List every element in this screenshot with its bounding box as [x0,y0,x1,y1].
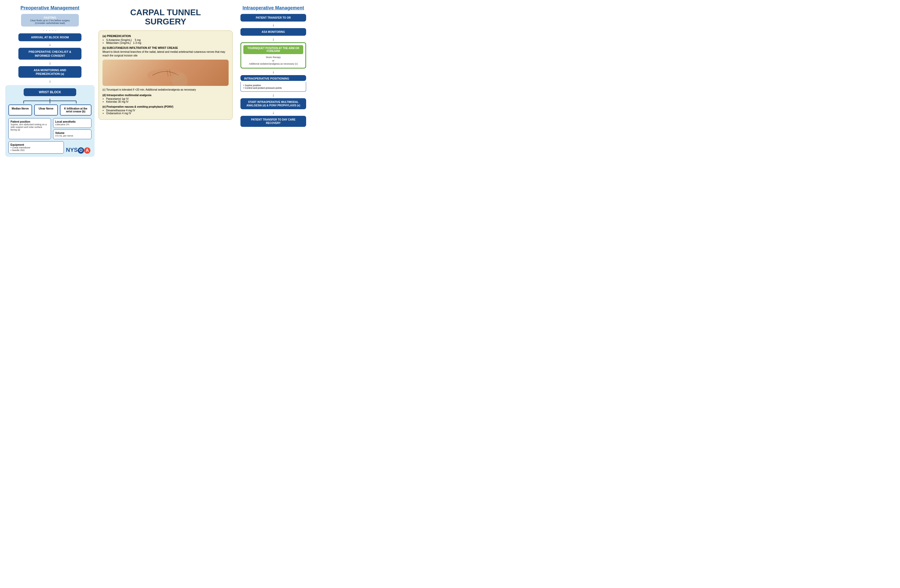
fasting-subtitle1: Clear fluids up to 2 hrs before surgery [24,19,76,22]
patient-transfer-daycare-box: PATIENT TRANSFER TO DAY CARE RECOVERY [241,116,306,127]
multimodal-header: (d) Intraoperative multimodal analgesia [102,94,229,97]
right-arrow-4: ↓ [236,93,310,97]
tourniquet-note: (c) Toruniquet is tolerated if <20 min. … [102,88,229,92]
positioning-detail-box: • Supine position • Control and protect … [241,82,306,92]
checklist-box: PREOPERATIVE CHECKLIST & INFORMED CONSEN… [19,48,81,60]
positioning-bullet2: • Control and protect pressure points [243,87,303,89]
volume-box: Volume 3-5 mL per nerve [53,130,92,139]
subcutaneous-text: Meant to block terminal branches of the … [102,50,229,57]
title-line2: SURGERY [99,17,233,26]
multimodal-item-1: Paracetamol 1gr IV [106,97,229,100]
arrival-box: ARRIVAL AT BLOCK ROOM [19,33,81,41]
median-nerve-box: Median Nerve [8,105,32,116]
yellow-card: (a) PREMEDICATION S-Ketamine (5mg/mL) 5 … [99,31,233,120]
premedication-list: S-Ketamine (5mg/mL) 5 mg Midazolam (1mg/… [106,39,229,44]
equipment-box: Equipment • Linear transducer • Needle 2… [8,141,64,154]
main-container: Preoperative Management FASTING Clear fl… [5,5,310,157]
wrist-svg [144,62,186,83]
branch-lines [11,99,89,104]
ponv-item-2: Ondansetron 4 mg IV [106,112,229,115]
local-anesthetic-box: Local anesthetic Lidocaine 2% [53,118,92,128]
patient-position-box: Patient position Supine, arm abducted re… [8,118,51,139]
subcutaneous-header: (b) SUBCUTANEOUS INFILTRATION AT THE WRI… [102,46,229,50]
arrow-3: ↓ [5,79,95,84]
ulnar-nerve-box: Ulnar Nerve [34,105,58,116]
detail-row: Patient position Supine, arm abducted re… [8,118,92,139]
right-arrow-1: ↓ [236,23,310,27]
positioning-bullet1: • Supine position [243,84,303,87]
nysora-logo: NYSOA [66,147,92,154]
arrow-1: ↓ [5,42,95,47]
patient-transfer-or-box: PATIENT TRANSFER TO OR [241,14,306,22]
nysora-o: O [78,147,84,154]
title-line1: CARPAL TUNNEL [99,8,233,17]
premedication-header: (a) PREMEDICATION [102,34,229,37]
asa-box: ASA MONITORING AND PREMEDICATION (a) [19,66,81,78]
ponv-item-1: Dexamethasone 4 mg IV [106,109,229,112]
wrist-block-box: WRIST BLOCK [24,88,76,96]
right-arrow-2: ↓ [236,37,310,42]
intraop-positioning-title: INTRAOPERATIVE POSITIONING [244,77,289,80]
intraop-title: Intraoperative Management [236,5,310,11]
multimodal-list: Paracetamol 1gr IV Ketorolac 30 mg IV [106,97,229,103]
music-therapy-text: Music therapy [266,56,281,59]
additional-sedation-text: Additional sedation/analgesia as necessa… [249,62,298,65]
volume-value: 3-5 mL per nerve [55,135,89,137]
equipment-label: Equipment [11,143,62,146]
ponv-header: (e) Postoperative nausea & vomiting prop… [102,105,229,108]
preop-title: Preoperative Management [5,5,95,11]
nysora-a: A [84,147,90,154]
start-intraop-box: START INTRAOPERATIVE MULTIMODAL ANALGESI… [241,98,306,109]
right-column: Intraoperative Management PATIENT TRANSF… [236,5,310,157]
local-anesthetic-value: Lidocaine 2% [55,123,89,126]
patient-position-label: Patient position [11,120,49,123]
fasting-box: FASTING Clear fluids up to 2 hrs before … [21,14,79,26]
ponv-list: Dexamethasone 4 mg IV Ondansetron 4 mg I… [106,109,229,115]
equipment-line1: • Linear transducer [11,146,62,149]
patient-position-value: Supine, arm abducted resting on a side s… [11,123,49,131]
wrist-image [102,60,229,86]
equipment-line2: • Needle 25G [11,149,62,152]
sedation-text: Music therapy or Additional sedation/ana… [243,56,303,66]
k-infiltration-box: K Infiltration at the wrist crease (b) [60,105,92,116]
fasting-title: FASTING [24,16,76,19]
tourniquet-position-box: TOURNIQUET POSITION AT THE ARM OR FOREAR… [243,45,303,54]
left-column: Preoperative Management FASTING Clear fl… [5,5,95,157]
nysora-text: NYS [66,147,78,153]
premedication-item-2: Midazolam (1mg/mL) 1-3 mg [106,42,229,44]
fasting-subtitle2: (Consider carbohidrate load) [24,22,76,25]
right-arrow-3: ↓ [236,70,310,74]
right-arrow-5: ↓ [236,110,310,115]
wrist-block-section: WRIST BLOCK Median Nerve Ulnar Nerve K I… [5,85,95,157]
asa-monitoring-box: ASA MONITORING [241,28,306,36]
main-title: CARPAL TUNNEL SURGERY [99,8,233,26]
arrow-2: ↓ [5,61,95,65]
dotted-connector: · · · · · [5,28,95,32]
or-text: or [272,59,274,62]
premedication-item-1: S-Ketamine (5mg/mL) 5 mg [106,39,229,42]
volume-label: Volume [55,132,89,135]
local-anesthetic-label: Local anesthetic [55,120,89,123]
nerve-branches: Median Nerve Ulnar Nerve K Infiltration … [8,105,92,116]
middle-column: CARPAL TUNNEL SURGERY (a) PREMEDICATION … [99,5,233,157]
multimodal-item-2: Ketorolac 30 mg IV [106,100,229,103]
tourniquet-section: TOURNIQUET POSITION AT THE ARM OR FOREAR… [241,42,306,68]
intraop-positioning-header: INTRAOPERATIVE POSITIONING [241,75,306,81]
